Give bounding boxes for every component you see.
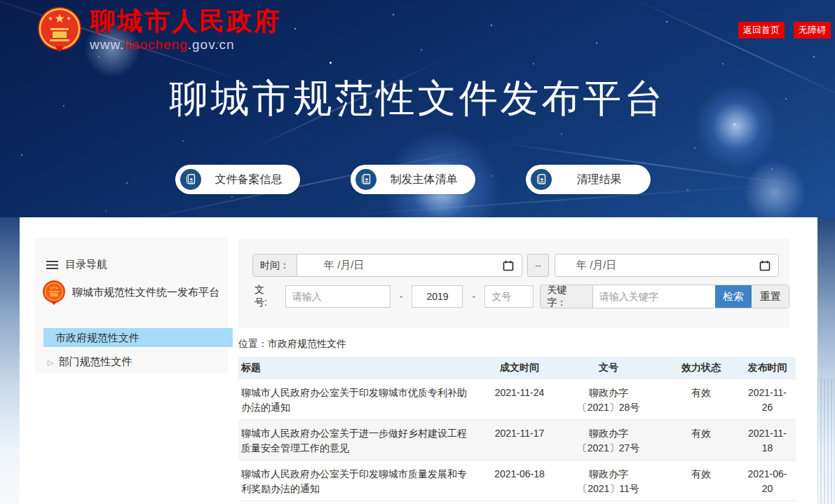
nav-button-issuer-list[interactable]: ★ 制发主体清单 (351, 165, 475, 194)
site-name: 聊城市人民政府 (90, 6, 281, 36)
doc-year-input[interactable] (412, 285, 463, 308)
svg-text:★: ★ (54, 12, 65, 25)
col-header-status: 效力状态 (663, 357, 739, 379)
site-url: www.liaocheng.gov.cn (90, 36, 281, 53)
accessibility-button[interactable]: 无障碍 (794, 22, 831, 39)
calendar-icon[interactable] (759, 260, 770, 271)
back-home-button[interactable]: 返回首页 (738, 22, 785, 39)
keyword-label: 关键字： (541, 285, 592, 308)
search-button[interactable]: 检索 (715, 285, 752, 308)
nav-button-label: 文件备案信息 (201, 172, 296, 187)
doc-status: 有效 (663, 386, 739, 415)
doc-number-input[interactable] (484, 285, 534, 308)
sidebar-platform-label: 聊城市规范性文件统一发布平台 (72, 286, 219, 299)
table-row[interactable]: 聊城市人民政府办公室关于印发聊城市优质专利补助办法的通知 2021-11-24 … (238, 379, 796, 419)
caret-right-icon: ▷ (48, 358, 53, 367)
sidebar-item-municipal-docs[interactable]: 市政府规范性文件 (43, 328, 233, 347)
doc-publish-date: 2021-11-18 (739, 426, 796, 456)
svg-text:★: ★ (540, 177, 544, 182)
dash-separator: - (400, 291, 403, 302)
reset-button[interactable]: 重置 (752, 285, 789, 308)
doc-publish-date: 2021-11-26 (739, 386, 796, 415)
svg-text:★: ★ (365, 177, 369, 182)
col-header-publish-date: 发布时间 (739, 357, 796, 379)
doc-prefix-input[interactable] (285, 285, 391, 308)
doc-written-date: 2021-06-18 (485, 467, 554, 496)
menu-icon[interactable] (46, 261, 58, 269)
date-range-separator: -- (527, 254, 549, 277)
keyword-group: 关键字： 检索 重置 (540, 285, 789, 308)
svg-text:★: ★ (189, 177, 194, 182)
date-to-placeholder: 年 /月/日 (576, 259, 617, 272)
date-to-input[interactable]: 年 /月/日 (555, 254, 779, 277)
svg-text:★: ★ (48, 15, 53, 22)
table-bottom-border (238, 500, 796, 504)
doc-title[interactable]: 聊城市人民政府办公室关于印发聊城市优质专利补助办法的通知 (238, 386, 485, 415)
doc-status: 有效 (663, 426, 739, 456)
doc-number: 聊政办字〔2021〕28号 (554, 386, 663, 415)
nav-button-label: 清理结果 (552, 172, 646, 187)
document-icon: ★ (180, 169, 201, 190)
sidebar-platform[interactable]: 聊城市规范性文件统一发布平台 (41, 279, 219, 306)
dash-separator: - (472, 291, 475, 302)
svg-text:★: ★ (66, 15, 71, 22)
time-label: 时间： (253, 254, 297, 276)
national-emblem-icon: ★ ★ ★ (36, 6, 83, 55)
sidebar-header: 目录导航 (46, 258, 107, 271)
doc-title[interactable]: 聊城市人民政府办公室关于进一步做好乡村建设工程质量安全管理工作的意见 (238, 426, 485, 456)
doc-publish-date: 2021-06-20 (739, 467, 796, 496)
doc-no-label: 文号: (254, 284, 277, 309)
document-icon: ★ (355, 169, 376, 190)
nav-button-label: 制发主体清单 (376, 172, 471, 187)
breadcrumb: 位置：市政府规范性文件 (238, 338, 346, 350)
col-header-doc-no: 文号 (554, 357, 663, 379)
calendar-icon[interactable] (503, 260, 514, 271)
col-header-title: 标题 (238, 357, 485, 379)
content-card: 目录导航 聊城市规范性文件统一发布平台 市政府规范性文件 ▷部门规范性文件 时间… (20, 217, 817, 504)
nav-button-filing-info[interactable]: ★ 文件备案信息 (175, 165, 300, 194)
date-from-placeholder: 年 /月/日 (324, 259, 365, 272)
background-texture (817, 379, 835, 504)
site-logo[interactable]: ★ ★ ★ 聊城市人民政府 www.liaocheng.gov.cn (36, 6, 281, 55)
sidebar-item-department-docs[interactable]: ▷部门规范性文件 (43, 352, 225, 371)
keyword-input[interactable] (592, 285, 715, 308)
doc-number: 聊政办字〔2021〕27号 (554, 426, 663, 456)
col-header-written-date: 成文时间 (485, 357, 554, 379)
page-title: 聊城市规范性文件发布平台 (0, 73, 835, 125)
sidebar-title: 目录导航 (65, 258, 107, 271)
table-row[interactable]: 聊城市人民政府办公室关于印发聊城市质量发展和专利奖励办法的通知 2021-06-… (238, 460, 796, 500)
document-icon: ★ (531, 169, 552, 190)
table-header-row: 标题 成文时间 文号 效力状态 发布时间 (238, 357, 796, 379)
banner: ★ ★ ★ 聊城市人民政府 www.liaocheng.gov.cn 返回首页 … (0, 0, 835, 217)
doc-title[interactable]: 聊城市人民政府办公室关于印发聊城市质量发展和专利奖励办法的通知 (238, 467, 485, 496)
nav-button-cleanup-results[interactable]: ★ 清理结果 (526, 165, 651, 194)
doc-written-date: 2021-11-24 (485, 386, 554, 415)
emblem-icon (41, 279, 67, 306)
table-row[interactable]: 聊城市人民政府办公室关于进一步做好乡村建设工程质量安全管理工作的意见 2021-… (238, 419, 796, 460)
sidebar: 目录导航 聊城市规范性文件统一发布平台 市政府规范性文件 ▷部门规范性文件 (35, 238, 228, 373)
doc-status: 有效 (663, 467, 739, 496)
doc-written-date: 2021-11-17 (485, 426, 554, 456)
search-form: 时间： 年 /月/日 -- 年 /月/日 文号: (238, 238, 789, 328)
documents-table: 标题 成文时间 文号 效力状态 发布时间 聊城市人民政府办公室关于印发聊城市优质… (238, 357, 796, 504)
doc-number: 聊政办字〔2021〕11号 (554, 467, 663, 496)
date-from-input[interactable]: 时间： 年 /月/日 (252, 254, 522, 277)
